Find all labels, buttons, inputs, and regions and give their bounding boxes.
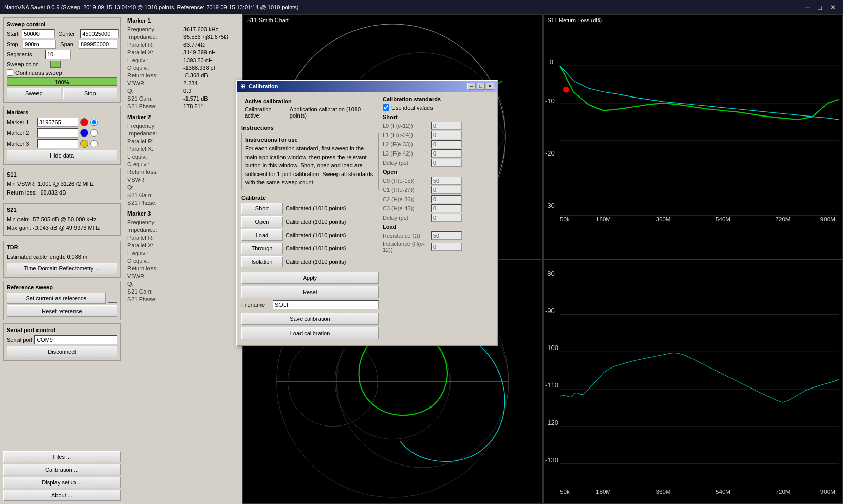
marker2-data-grid: Frequency: Impedance: Parallel R: Parall… bbox=[127, 122, 239, 206]
sweep-control-section: Sweep control Start Center Stop Span Seg… bbox=[3, 17, 121, 103]
files-button[interactable]: Files ... bbox=[3, 451, 121, 462]
isolation-button[interactable]: Isolation bbox=[241, 256, 283, 267]
dialog-maximize-button[interactable]: □ bbox=[477, 83, 485, 90]
marker2-data-title: Marker 2 bbox=[127, 114, 239, 120]
serial-port-label: Serial port control bbox=[7, 327, 117, 333]
m2-l-equiv-value bbox=[183, 153, 239, 160]
short-button[interactable]: Short bbox=[241, 203, 283, 214]
through-button[interactable]: Through bbox=[241, 243, 283, 254]
marker2-input[interactable] bbox=[37, 128, 78, 138]
marker3-color-yellow[interactable] bbox=[80, 140, 88, 148]
sweep-color-label: Sweep color bbox=[7, 61, 50, 67]
marker3-radio[interactable] bbox=[90, 140, 98, 147]
span-input[interactable] bbox=[79, 40, 117, 49]
marker1-radio[interactable] bbox=[90, 119, 98, 126]
marker1-color-red[interactable] bbox=[80, 118, 88, 126]
load-status: Calibrated (1010 points) bbox=[286, 232, 346, 238]
sweep-button[interactable]: Sweep bbox=[7, 88, 61, 99]
reset-reference-button[interactable]: Reset reference bbox=[7, 305, 117, 317]
svg-text:-80: -80 bbox=[545, 269, 554, 277]
load-button[interactable]: Load bbox=[241, 229, 283, 241]
set-current-reference-button[interactable]: Set current as reference bbox=[7, 293, 106, 304]
svg-rect-8 bbox=[544, 51, 843, 223]
tdr-button[interactable]: Time Domain Reflectometry ... bbox=[7, 263, 117, 274]
m1-c-equiv-label: C equiv.: bbox=[127, 64, 183, 71]
m3-s21gain-label: S21 Gain: bbox=[127, 288, 183, 295]
segments-input[interactable] bbox=[45, 50, 71, 59]
bottom-buttons: Files ... Calibration ... Display setup … bbox=[3, 451, 121, 501]
open-delay-row: Delay (ps) bbox=[383, 214, 493, 222]
save-calibration-button[interactable]: Save calibration bbox=[241, 313, 379, 325]
m2-parallel-r-value bbox=[183, 138, 239, 145]
short-delay-input[interactable] bbox=[431, 159, 462, 167]
m3-c-equiv-value bbox=[183, 257, 239, 264]
short-l1-input[interactable] bbox=[431, 131, 462, 139]
short-subsection-title: Short bbox=[383, 114, 493, 120]
m3-c-equiv-label: C equiv.: bbox=[127, 257, 183, 264]
continuous-sweep-checkbox[interactable] bbox=[7, 69, 13, 76]
calibration-button[interactable]: Calibration ... bbox=[3, 464, 121, 475]
close-button[interactable]: ✕ bbox=[827, 4, 839, 11]
open-c3-label: C3 (H(e-45)) bbox=[383, 205, 429, 211]
m3-s21phase-label: S21 Phase: bbox=[127, 296, 183, 303]
disconnect-button[interactable]: Disconnect bbox=[7, 346, 117, 357]
stop-button[interactable]: Stop bbox=[63, 88, 118, 99]
serial-port-input[interactable] bbox=[34, 335, 117, 344]
hide-data-button[interactable]: Hide data bbox=[7, 150, 117, 161]
minimize-button[interactable]: ─ bbox=[802, 4, 813, 11]
marker2-color-blue[interactable] bbox=[80, 129, 88, 137]
active-calibration-box: Active calibration Calibration active: A… bbox=[241, 96, 379, 121]
marker3-data-section: Marker 3 Frequency: Impedance: Parallel … bbox=[127, 210, 239, 303]
open-button[interactable]: Open bbox=[241, 216, 283, 227]
m2-impedance-value bbox=[183, 130, 239, 137]
short-l3-input[interactable] bbox=[431, 149, 462, 158]
marker2-label: Marker 2 bbox=[7, 130, 35, 136]
display-setup-button[interactable]: Display setup ... bbox=[3, 477, 121, 488]
about-button[interactable]: About ... bbox=[3, 490, 121, 501]
open-cal-row: Open Calibrated (1010 points) bbox=[241, 216, 379, 227]
stop-input[interactable] bbox=[23, 40, 56, 49]
open-c1-input[interactable] bbox=[431, 186, 462, 194]
calibration-dialog: ⊞ Calibration ─ □ ✕ Active calibration C… bbox=[236, 80, 498, 346]
short-delay-label: Delay (ps) bbox=[383, 160, 429, 166]
m2-q-label: Q: bbox=[127, 184, 183, 191]
dialog-close-button[interactable]: ✕ bbox=[486, 83, 494, 90]
open-c2-input[interactable] bbox=[431, 195, 462, 203]
m3-q-value bbox=[183, 280, 239, 287]
apply-button[interactable]: Apply bbox=[241, 272, 379, 284]
use-ideal-row: Use ideal values bbox=[383, 104, 493, 111]
set-reference-row: Set current as reference bbox=[7, 293, 117, 304]
svg-text:-90: -90 bbox=[545, 307, 554, 315]
marker1-input[interactable] bbox=[37, 118, 78, 127]
load-subsection-title: Load bbox=[383, 224, 493, 230]
open-delay-input[interactable] bbox=[431, 214, 462, 222]
load-resistance-input[interactable] bbox=[431, 231, 462, 240]
markers-label: Markers bbox=[7, 109, 117, 115]
progress-percent: 100% bbox=[7, 78, 117, 86]
use-ideal-checkbox[interactable] bbox=[383, 104, 389, 111]
segments-row: Segments bbox=[7, 50, 117, 59]
open-c0-input[interactable] bbox=[431, 177, 462, 185]
svg-text:720M: 720M bbox=[775, 216, 790, 222]
load-calibration-button[interactable]: Load calibration bbox=[241, 327, 379, 339]
start-input[interactable] bbox=[22, 29, 55, 38]
center-input[interactable] bbox=[80, 29, 119, 38]
reset-button[interactable]: Reset bbox=[241, 286, 379, 298]
isolation-cal-row: Isolation Calibrated (1010 points) bbox=[241, 256, 379, 267]
m2-q-value bbox=[183, 184, 239, 191]
apply-btn-row: Apply bbox=[241, 272, 379, 284]
short-l2-input[interactable] bbox=[431, 140, 462, 148]
load-inductance-input[interactable] bbox=[431, 243, 462, 251]
filename-input[interactable] bbox=[273, 300, 379, 309]
open-c3-input[interactable] bbox=[431, 204, 462, 212]
maximize-button[interactable]: □ bbox=[815, 4, 825, 11]
m3-parallel-r-value bbox=[183, 234, 239, 241]
sweep-color-swatch[interactable] bbox=[50, 61, 61, 68]
dialog-minimize-button[interactable]: ─ bbox=[467, 83, 476, 90]
s21-chart-container: -80 -90 -100 -110 -120 -130 bbox=[543, 259, 844, 504]
marker3-input[interactable] bbox=[37, 139, 78, 148]
calibration-dialog-content: Active calibration Calibration active: A… bbox=[237, 92, 497, 345]
span-label: Span bbox=[59, 41, 76, 47]
marker2-radio[interactable] bbox=[90, 129, 98, 137]
short-l0-input[interactable] bbox=[431, 122, 462, 130]
